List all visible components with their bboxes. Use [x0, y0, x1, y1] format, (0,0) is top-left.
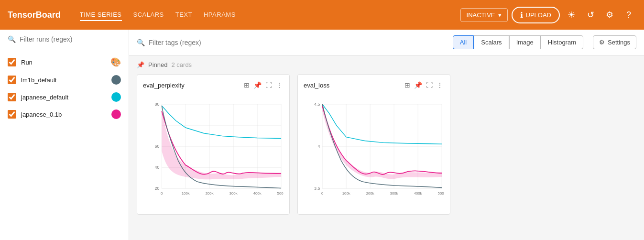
card-icons-loss: ⊞ 📌 ⛶ ⋮	[404, 80, 444, 90]
run-label-2: japanese_0.1b	[21, 111, 107, 118]
chart-svg-loss: 4.5 4 3.5 0 100k 200k 300k 400k 500k	[304, 94, 444, 208]
content-toolbar: 🔍 All Scalars Image Histogram ⚙ Settings	[129, 30, 644, 55]
card-eval-perplexity: eval_perplexity ⊞ 📌 ⛶ ⋮	[137, 74, 290, 215]
run-checkbox-0[interactable]	[8, 76, 16, 84]
card-icons-perplexity: ⊞ 📌 ⛶ ⋮	[243, 80, 284, 90]
nav-links: TIME SERIES SCALARS TEXT HPARAMS	[80, 9, 449, 21]
inactive-label: INACTIVE	[467, 11, 495, 19]
more-options-button-perplexity[interactable]: ⋮	[275, 80, 284, 90]
run-label-1: japanese_default	[21, 94, 107, 101]
filter-image-button[interactable]: Image	[509, 35, 541, 49]
pin-card-button-perplexity[interactable]: 📌	[252, 80, 262, 90]
svg-text:3.5: 3.5	[314, 186, 320, 191]
fullscreen-button-loss[interactable]: ⛶	[425, 80, 434, 90]
pinned-count: 2 cards	[171, 61, 192, 68]
settings-label: Settings	[608, 39, 630, 46]
chart-loss: 4.5 4 3.5 0 100k 200k 300k 400k 500k	[304, 94, 444, 208]
content-area: 🔍 All Scalars Image Histogram ⚙ Settings…	[129, 30, 644, 240]
svg-text:400k: 400k	[253, 191, 262, 196]
card-header-loss: eval_loss ⊞ 📌 ⛶ ⋮	[304, 80, 444, 90]
svg-text:100k: 100k	[182, 191, 190, 196]
search-icon: 🔍	[8, 35, 16, 43]
expand-chart-button-perplexity[interactable]: ⊞	[243, 80, 251, 90]
settings-icon: ⚙	[599, 39, 605, 46]
tag-search-icon: 🔍	[137, 39, 145, 46]
fullscreen-button-perplexity[interactable]: ⛶	[264, 80, 273, 90]
pin-icon: 📌	[137, 61, 144, 68]
pinned-label: Pinned	[148, 61, 167, 68]
run-list: Run 🎨 lm1b_default japanese_default japa…	[0, 49, 129, 240]
svg-text:200k: 200k	[206, 191, 214, 196]
run-list-header: Run 🎨	[0, 53, 129, 71]
svg-text:20: 20	[154, 186, 159, 191]
palette-icon: 🎨	[110, 57, 121, 67]
run-item-0[interactable]: lm1b_default	[0, 71, 129, 88]
card-title-loss: eval_loss	[304, 82, 329, 89]
run-checkbox-1[interactable]	[8, 93, 16, 101]
svg-text:300k: 300k	[229, 191, 238, 196]
run-color-0	[111, 75, 121, 85]
run-column-header: Run	[21, 59, 106, 66]
pin-card-button-loss[interactable]: 📌	[413, 80, 423, 90]
svg-text:0: 0	[161, 191, 163, 196]
svg-text:4: 4	[317, 144, 320, 149]
filter-scalars-button[interactable]: Scalars	[474, 35, 509, 49]
sidebar-search-container: 🔍	[0, 30, 129, 49]
panel-settings-button[interactable]: ⚙ Settings	[593, 35, 636, 49]
run-label-0: lm1b_default	[21, 76, 107, 84]
chart-perplexity: 80 60 40 20 0 100k 200k 300k 400k 500k	[143, 94, 284, 208]
run-item-2[interactable]: japanese_0.1b	[0, 106, 129, 123]
pinned-section-header: 📌 Pinned 2 cards	[129, 55, 644, 74]
svg-text:500k: 500k	[438, 191, 444, 196]
upload-button[interactable]: ℹ UPLOAD	[512, 7, 560, 23]
cards-grid: eval_perplexity ⊞ 📌 ⛶ ⋮	[137, 74, 636, 215]
info-icon: ℹ	[520, 11, 523, 20]
help-button[interactable]: ?	[621, 7, 636, 22]
run-checkbox-2[interactable]	[8, 110, 16, 119]
card-header-perplexity: eval_perplexity ⊞ 📌 ⛶ ⋮	[143, 80, 284, 90]
refresh-button[interactable]: ↺	[583, 7, 598, 22]
tag-search-container: 🔍	[137, 39, 447, 46]
run-rows: lm1b_default japanese_default japanese_0…	[0, 71, 129, 123]
nav-time-series[interactable]: TIME SERIES	[80, 9, 122, 21]
app-logo: TensorBoard	[8, 10, 61, 20]
filter-buttons: All Scalars Image Histogram	[453, 35, 583, 49]
sidebar: 🔍 Run 🎨 lm1b_default japanese_default ja…	[0, 30, 129, 240]
main-layout: 🔍 Run 🎨 lm1b_default japanese_default ja…	[0, 30, 644, 240]
more-options-button-loss[interactable]: ⋮	[436, 80, 444, 90]
svg-text:400k: 400k	[414, 191, 422, 196]
run-all-checkbox[interactable]	[8, 58, 16, 66]
filter-histogram-button[interactable]: Histogram	[541, 35, 583, 49]
run-color-1	[111, 92, 121, 102]
topnav: TensorBoard TIME SERIES SCALARS TEXT HPA…	[0, 0, 644, 30]
card-eval-loss: eval_loss ⊞ 📌 ⛶ ⋮	[297, 74, 450, 215]
svg-text:60: 60	[154, 144, 159, 149]
topnav-right: INACTIVE ▾ ℹ UPLOAD ☀ ↺ ⚙ ?	[460, 7, 636, 23]
run-filter-input[interactable]	[20, 35, 121, 43]
run-color-2	[111, 109, 121, 119]
tag-filter-input[interactable]	[149, 39, 232, 46]
svg-text:200k: 200k	[366, 191, 374, 196]
theme-toggle-button[interactable]: ☀	[564, 7, 579, 22]
inactive-dropdown[interactable]: INACTIVE ▾	[460, 8, 508, 22]
nav-hparams[interactable]: HPARAMS	[204, 9, 236, 21]
svg-text:500k: 500k	[277, 191, 284, 196]
filter-all-button[interactable]: All	[453, 35, 474, 49]
nav-scalars[interactable]: SCALARS	[133, 9, 164, 21]
svg-text:300k: 300k	[390, 191, 398, 196]
svg-text:40: 40	[154, 165, 159, 170]
expand-chart-button-loss[interactable]: ⊞	[404, 80, 411, 90]
svg-text:80: 80	[154, 102, 159, 107]
chart-svg-perplexity: 80 60 40 20 0 100k 200k 300k 400k 500k	[143, 94, 284, 208]
nav-text[interactable]: TEXT	[175, 9, 192, 21]
card-title-perplexity: eval_perplexity	[143, 82, 185, 89]
cards-area: eval_perplexity ⊞ 📌 ⛶ ⋮	[129, 74, 644, 240]
chevron-down-icon: ▾	[498, 11, 502, 19]
svg-text:100k: 100k	[342, 191, 350, 196]
run-item-1[interactable]: japanese_default	[0, 88, 129, 106]
svg-text:0: 0	[321, 191, 324, 196]
settings-button[interactable]: ⚙	[602, 7, 617, 22]
svg-text:4.5: 4.5	[314, 102, 320, 107]
